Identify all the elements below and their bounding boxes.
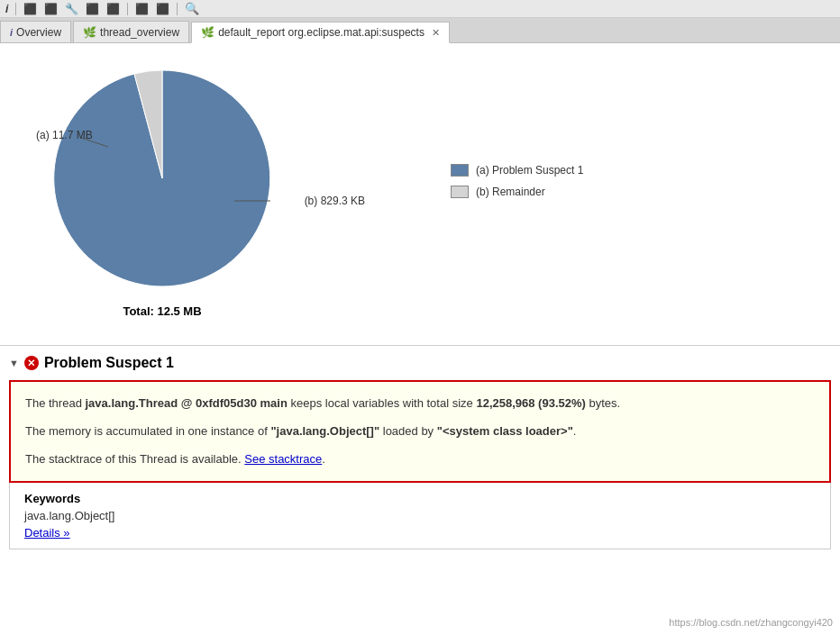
- legend-color-b: [451, 186, 469, 198]
- main-content: (a) 11.7 MB (b) 829.3 KB Total: 12.5 MB …: [0, 43, 840, 635]
- tab-thread-overview-label: thread_overview: [100, 26, 179, 39]
- see-stacktrace-link[interactable]: See stacktrace: [244, 452, 322, 466]
- tab-thread-overview[interactable]: 🌿 thread_overview: [73, 21, 189, 42]
- toolbar-icon-7[interactable]: ⬛: [133, 3, 151, 15]
- error-icon: ✕: [24, 356, 39, 370]
- keywords-section: Keywords java.lang.Object[] Details »: [9, 483, 831, 549]
- section-divider: [0, 345, 840, 346]
- toolbar: i ⬛ ⬛ 🔧 ⬛ ⬛ ⬛ ⬛ 🔍: [0, 0, 840, 18]
- description-paragraph-1: The thread java.lang.Thread @ 0xfdf05d30…: [25, 395, 815, 413]
- desc-p1-size: 12,258,968 (93.52%): [476, 396, 585, 410]
- tab-overview-label: Overview: [16, 26, 61, 39]
- desc-p2-loader: "<system class loader>": [437, 424, 573, 438]
- toolbar-separator-3: [177, 3, 178, 15]
- toolbar-icon-4[interactable]: 🔧: [63, 3, 80, 15]
- description-box: The thread java.lang.Thread @ 0xfdf05d30…: [9, 380, 831, 483]
- tab-default-report-icon: 🌿: [201, 26, 215, 39]
- legend-item-a: (a) Problem Suspect 1: [451, 164, 583, 177]
- toolbar-icon-2[interactable]: ⬛: [22, 3, 39, 15]
- problem-title: Problem Suspect 1: [44, 355, 174, 371]
- desc-p1-end: bytes.: [586, 396, 620, 410]
- toolbar-icon-3[interactable]: ⬛: [42, 3, 59, 15]
- problem-header: ▼ ✕ Problem Suspect 1: [9, 355, 831, 371]
- desc-p2-prefix: The memory is accumulated in one instanc…: [25, 424, 270, 438]
- toolbar-icon-8[interactable]: ⬛: [154, 3, 171, 15]
- desc-p1-bold: java.lang.Thread @ 0xfdf05d30 main: [86, 396, 288, 410]
- toolbar-separator-2: [127, 3, 128, 15]
- tab-default-report-label: default_report org.eclipse.mat.api:suspe…: [218, 26, 425, 39]
- chart-legend: (a) Problem Suspect 1 (b) Remainder: [451, 164, 583, 198]
- pie-chart: (a) 11.7 MB (b) 829.3 KB: [36, 61, 288, 313]
- legend-label-b: (b) Remainder: [476, 186, 545, 198]
- tab-overview[interactable]: i Overview: [0, 21, 71, 42]
- description-paragraph-3: The stacktrace of this Thread is availab…: [25, 450, 815, 469]
- chart-section: (a) 11.7 MB (b) 829.3 KB Total: 12.5 MB …: [0, 43, 840, 345]
- chart-label-b: (b) 829.3 KB: [305, 195, 365, 207]
- collapse-arrow[interactable]: ▼: [9, 358, 19, 368]
- keywords-value: java.lang.Object[]: [24, 509, 816, 522]
- chart-label-a: (a) 11.7 MB: [36, 129, 93, 141]
- desc-p2-end: .: [573, 424, 577, 438]
- keywords-title: Keywords: [24, 492, 816, 505]
- desc-p1-prefix: The thread: [25, 396, 86, 410]
- toolbar-separator-1: [15, 3, 16, 15]
- details-link[interactable]: Details »: [24, 526, 70, 540]
- tab-thread-overview-icon: 🌿: [83, 26, 96, 39]
- legend-item-b: (b) Remainder: [451, 186, 583, 198]
- desc-p2-class: "java.lang.Object[]": [270, 424, 379, 438]
- tab-default-report[interactable]: 🌿 default_report org.eclipse.mat.api:sus…: [191, 22, 450, 43]
- toolbar-icon-6[interactable]: ⬛: [105, 3, 122, 15]
- problem-section: ▼ ✕ Problem Suspect 1 The thread java.la…: [0, 355, 840, 549]
- desc-p3-end: .: [322, 452, 325, 466]
- legend-color-a: [451, 164, 469, 177]
- legend-label-a: (a) Problem Suspect 1: [476, 164, 583, 177]
- tab-overview-icon: i: [10, 27, 13, 38]
- toolbar-icon-search[interactable]: 🔍: [183, 2, 201, 15]
- desc-p3-prefix: The stacktrace of this Thread is availab…: [25, 452, 244, 466]
- watermark: https://blog.csdn.net/zhangcongyi420: [669, 617, 833, 628]
- desc-p2-mid: loaded by: [379, 424, 437, 438]
- toolbar-icon-1[interactable]: i: [4, 3, 10, 15]
- tab-bar: i Overview 🌿 thread_overview 🌿 default_r…: [0, 18, 840, 43]
- tab-close-button[interactable]: ✕: [432, 27, 440, 39]
- toolbar-icon-5[interactable]: ⬛: [84, 3, 101, 15]
- description-paragraph-2: The memory is accumulated in one instanc…: [25, 422, 815, 441]
- desc-p1-suffix: keeps local variables with total size: [288, 396, 477, 410]
